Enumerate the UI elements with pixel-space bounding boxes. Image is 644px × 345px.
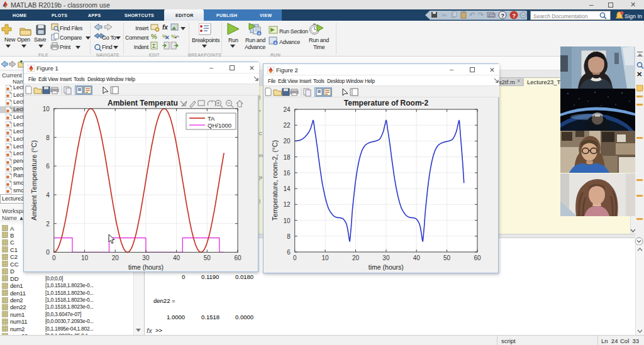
svg-text:6: 6: [287, 249, 291, 256]
svg-text:8: 8: [287, 233, 291, 240]
svg-text:?: ?: [513, 13, 516, 19]
svg-text:0: 0: [52, 255, 56, 261]
svg-text:%: %: [151, 33, 157, 40]
svg-text:0: 0: [293, 255, 297, 261]
svg-text:✕: ✕: [165, 35, 170, 41]
svg-text:30: 30: [382, 255, 390, 261]
svg-text:30: 30: [142, 255, 150, 261]
svg-text:✂: ✂: [441, 12, 447, 19]
svg-text:?: ?: [501, 13, 505, 19]
svg-text:4: 4: [46, 192, 50, 199]
svg-text:16: 16: [284, 170, 291, 177]
svg-text:60: 60: [234, 255, 242, 261]
svg-text:50: 50: [204, 255, 211, 261]
svg-text:50: 50: [443, 255, 451, 261]
svg-text:time (hours): time (hours): [128, 263, 164, 271]
svg-text:6: 6: [46, 163, 50, 170]
svg-text:18: 18: [284, 154, 291, 161]
svg-text:0: 0: [46, 249, 50, 256]
svg-text:20: 20: [112, 255, 119, 261]
svg-text:12: 12: [284, 201, 291, 208]
svg-text:Temperature of Room-2: Temperature of Room-2: [344, 99, 429, 107]
svg-text:Ambient Temperature (°C): Ambient Temperature (°C): [30, 140, 38, 221]
svg-text:20: 20: [284, 138, 291, 145]
svg-text:60: 60: [474, 255, 481, 261]
svg-text:TA: TA: [208, 115, 215, 122]
svg-text:fx: fx: [162, 24, 168, 31]
svg-text:20: 20: [352, 255, 360, 261]
svg-text:10: 10: [322, 255, 330, 261]
svg-text:time (hours): time (hours): [369, 263, 404, 271]
svg-text:24: 24: [284, 106, 291, 113]
svg-text:40: 40: [173, 255, 180, 261]
svg-text:8: 8: [46, 134, 50, 141]
svg-text:↶: ↶: [469, 11, 475, 18]
svg-text:10: 10: [43, 106, 50, 112]
svg-text:Temperature, room-2, (°C): Temperature, room-2, (°C): [271, 140, 279, 221]
svg-text:Σ: Σ: [152, 43, 156, 49]
svg-text:40: 40: [413, 255, 421, 261]
svg-text:Ambient Temperatu: Ambient Temperatu: [108, 99, 178, 107]
svg-text:↷: ↷: [478, 11, 484, 18]
svg-text:22: 22: [284, 122, 291, 129]
svg-text:10: 10: [284, 217, 291, 224]
svg-text:↶: ↶: [174, 35, 179, 41]
svg-text:QH/1000: QH/1000: [208, 122, 231, 129]
svg-text:10: 10: [81, 255, 89, 261]
svg-text:2: 2: [46, 221, 50, 227]
svg-text:14: 14: [284, 185, 291, 192]
